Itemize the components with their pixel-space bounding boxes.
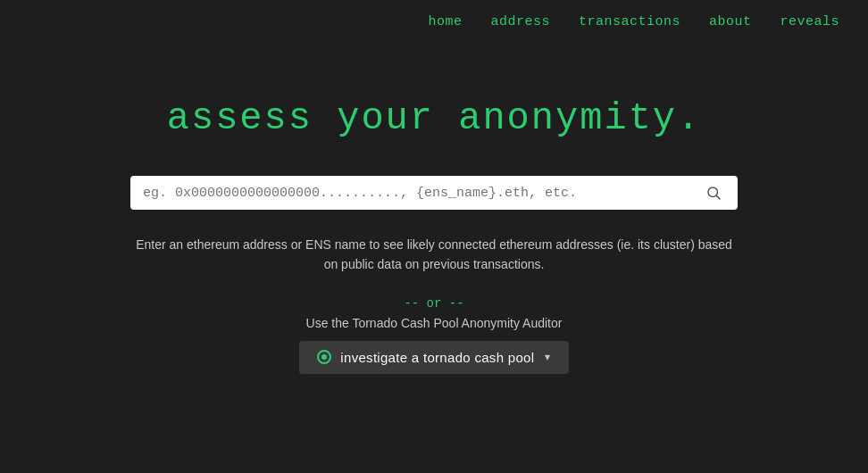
- nav-transactions[interactable]: transactions: [579, 14, 680, 29]
- main-content: assess your anonymity. Enter an ethereum…: [0, 44, 868, 374]
- search-input[interactable]: [143, 186, 702, 201]
- svg-line-1: [716, 195, 720, 199]
- tornado-icon-inner: [321, 354, 327, 360]
- navigation: home address transactions about reveals: [0, 0, 868, 44]
- tornado-button-label: investigate a tornado cash pool: [340, 350, 534, 365]
- search-icon: [705, 185, 722, 201]
- tornado-label: Use the Tornado Cash Pool Anonymity Audi…: [306, 316, 563, 330]
- or-divider: -- or --: [404, 296, 463, 311]
- tornado-cash-button[interactable]: investigate a tornado cash pool ▾: [299, 341, 568, 374]
- tornado-icon: [317, 350, 331, 364]
- nav-home[interactable]: home: [428, 14, 462, 29]
- hero-title: assess your anonymity.: [167, 97, 702, 140]
- svg-point-0: [708, 187, 718, 197]
- description-text: Enter an ethereum address or ENS name to…: [130, 235, 738, 275]
- search-container: [130, 176, 738, 210]
- nav-address[interactable]: address: [490, 14, 550, 29]
- nav-reveals[interactable]: reveals: [780, 14, 839, 29]
- search-button[interactable]: [702, 185, 725, 201]
- nav-about[interactable]: about: [709, 14, 752, 29]
- dropdown-arrow-icon: ▾: [545, 351, 550, 363]
